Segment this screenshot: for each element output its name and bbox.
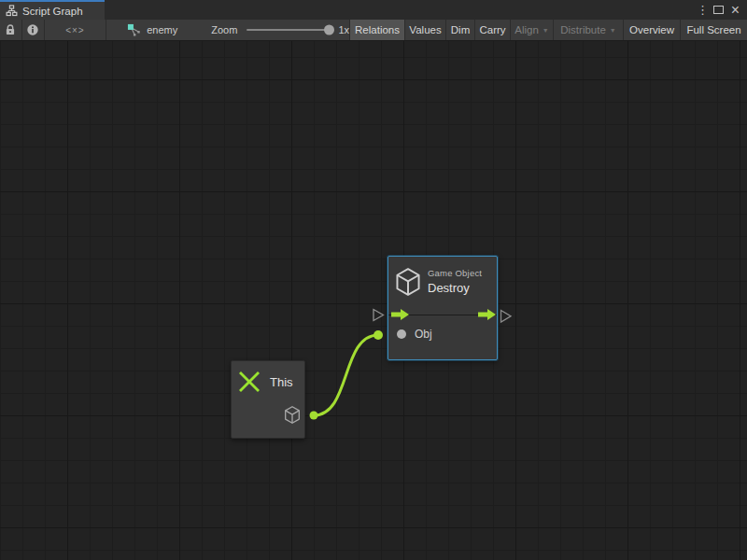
flow-input-arrow-icon[interactable] <box>391 309 409 320</box>
values-label: Values <box>409 24 441 35</box>
connection-layer <box>0 41 747 560</box>
node-this[interactable]: This <box>231 360 305 439</box>
tab-title: Script Graph <box>22 6 83 17</box>
destroy-node-header: Game Object Destroy <box>388 257 497 296</box>
distribute-label: Distribute <box>560 24 606 35</box>
flow-connection-wire <box>314 335 378 415</box>
gameobject-cube-icon <box>395 268 421 296</box>
zoom-value: 1x <box>338 24 349 35</box>
graph-toolbar: <×> enemy Zoom 1x Relations <box>0 20 747 41</box>
chevron-down-icon: ▼ <box>610 27 616 34</box>
graph-canvas[interactable]: This <box>0 41 747 560</box>
distribute-dropdown[interactable]: Distribute ▼ <box>554 20 624 40</box>
carry-toggle[interactable]: Carry <box>475 20 511 40</box>
destroy-node-titles: Game Object Destroy <box>428 268 482 295</box>
zoom-label: Zoom <box>211 24 237 35</box>
connection-values-toggle[interactable]: <×> <box>45 20 107 40</box>
fullscreen-label: Full Screen <box>686 24 740 35</box>
toolbar-toggles: Relations Values Dim Carry Align ▼ Distr… <box>350 20 747 40</box>
align-label: Align <box>514 24 539 35</box>
overview-label: Overview <box>629 24 674 35</box>
node-destroy[interactable]: Game Object Destroy Obj <box>388 256 498 360</box>
this-node-title: This <box>270 375 293 389</box>
port-dot-icon <box>397 329 406 339</box>
graph-reference[interactable]: enemy <box>127 23 177 37</box>
lock-icon <box>4 23 17 36</box>
connection-start-dot <box>310 412 318 420</box>
relations-label: Relations <box>355 24 400 35</box>
dim-label: Dim <box>451 24 470 35</box>
connection-end-dot <box>374 330 383 340</box>
script-graph-icon <box>6 5 18 17</box>
dim-toggle[interactable]: Dim <box>446 20 475 40</box>
zoom-control: Zoom 1x <box>211 24 349 35</box>
obj-input-port[interactable]: Obj <box>397 328 432 341</box>
node-category: Game Object <box>428 268 482 278</box>
zoom-slider[interactable] <box>247 29 331 31</box>
carry-label: Carry <box>479 24 505 35</box>
graph-icon <box>127 23 141 37</box>
script-graph-window: Script Graph ⋮ × <×> <box>0 0 747 560</box>
title-bar: Script Graph ⋮ × <box>0 0 747 20</box>
menu-icon[interactable]: ⋮ <box>697 4 708 16</box>
overview-button[interactable]: Overview <box>624 20 681 40</box>
node-title: Destroy <box>428 281 482 295</box>
obj-port-label: Obj <box>415 328 432 341</box>
control-output-port-triangle <box>501 311 512 323</box>
control-input-port-triangle <box>374 310 384 321</box>
close-icon[interactable]: × <box>729 3 741 18</box>
this-node-header: This <box>232 361 304 392</box>
fullscreen-button[interactable]: Full Screen <box>681 20 747 40</box>
chevron-down-icon: ▼ <box>543 27 549 34</box>
maximize-icon[interactable] <box>713 6 724 14</box>
align-dropdown[interactable]: Align ▼ <box>511 20 554 40</box>
lock-button[interactable] <box>0 20 22 40</box>
relations-toggle[interactable]: Relations <box>350 20 405 40</box>
info-icon <box>26 23 39 36</box>
info-button[interactable] <box>22 20 45 40</box>
tab-script-graph[interactable]: Script Graph <box>0 0 105 20</box>
window-controls: ⋮ × <box>697 0 747 20</box>
gameobject-output-port[interactable] <box>284 406 301 427</box>
flow-output-arrow-icon[interactable] <box>478 309 496 320</box>
values-toggle[interactable]: Values <box>405 20 446 40</box>
this-icon <box>239 371 260 392</box>
graph-name: enemy <box>147 24 177 35</box>
toolbar-middle: enemy Zoom 1x <box>106 20 350 40</box>
zoom-slider-handle[interactable] <box>324 25 334 35</box>
cube-icon <box>284 406 301 424</box>
